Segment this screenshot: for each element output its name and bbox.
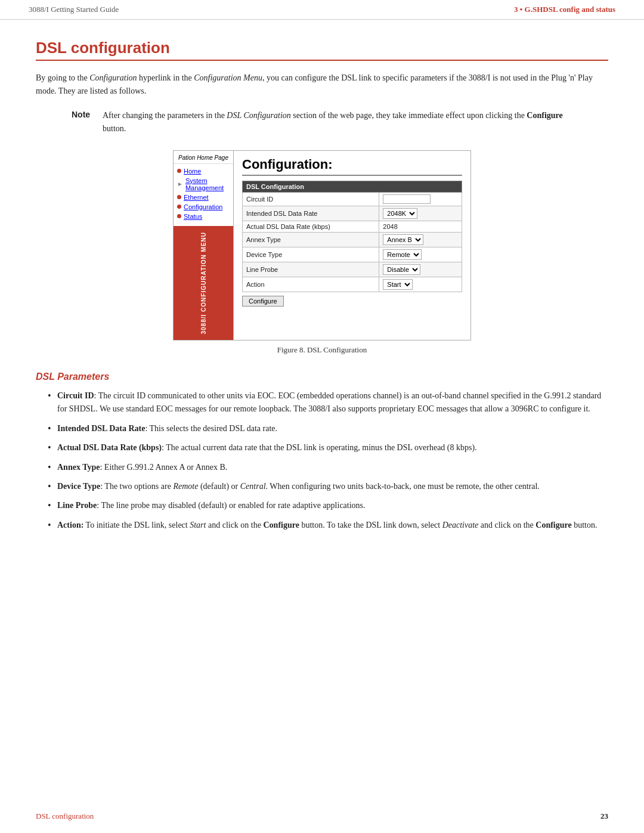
annex-type-select[interactable]: Annex B — [383, 234, 423, 245]
note-label: Note — [72, 110, 93, 119]
field-label-line-probe: Line Probe — [243, 262, 379, 277]
bullet-bold: Actual DSL Data Rate (kbps) — [57, 443, 162, 452]
bullet-bold: Device Type — [57, 482, 100, 491]
table-row: Device Type Remote — [243, 247, 462, 262]
page-header: 3088/I Getting Started Guide 3 • G.SHDSL… — [0, 0, 644, 20]
list-item: Line Probe: The line probe may disabled … — [48, 499, 608, 512]
action-select[interactable]: Start — [383, 279, 413, 290]
dsl-config-table: DSL Configuration Circuit ID Intended DS… — [242, 181, 462, 292]
pation-home-link: Pation Home Page — [174, 151, 233, 164]
bullet-bold: Action: — [57, 521, 83, 529]
list-item: Circuit ID: The circuit ID communicated … — [48, 389, 608, 416]
web-ui-mockup: Pation Home Page Home ► System Managemen… — [173, 150, 471, 341]
bullet-bold: Annex Type — [57, 463, 100, 472]
list-item: Actual DSL Data Rate (kbps): The actual … — [48, 441, 608, 454]
field-label-device-type: Device Type — [243, 247, 379, 262]
circuit-id-input[interactable] — [383, 194, 431, 204]
subsection-title: DSL Parameters — [36, 371, 608, 382]
main-content: DSL configuration By going to the Config… — [0, 20, 644, 574]
field-label-intended-rate: Intended DSL Data Rate — [243, 206, 379, 221]
table-header: DSL Configuration — [243, 181, 462, 192]
field-value-device-type: Remote — [379, 247, 462, 262]
sidebar-rotated-title: 3088/I CONFIGURATION MENU — [198, 226, 209, 340]
intended-rate-select[interactable]: 2048K — [383, 208, 417, 219]
bullet-bold: Circuit ID — [57, 391, 94, 400]
intro-text: By going to the Configuration hyperlink … — [36, 72, 608, 98]
field-value-intended-rate: 2048K — [379, 206, 462, 221]
configure-button[interactable]: Configure — [242, 296, 284, 306]
bullet-bold: Line Probe — [57, 501, 97, 510]
field-label-annex-type: Annex Type — [243, 232, 379, 247]
bullet-list: Circuit ID: The circuit ID communicated … — [48, 389, 608, 532]
note-text: After changing the parameters in the DSL… — [103, 109, 572, 136]
list-item: Device Type: The two options are Remote … — [48, 480, 608, 493]
device-type-select[interactable]: Remote — [383, 249, 422, 260]
nav-item-config[interactable]: Configuration — [177, 203, 230, 210]
nav-link-home[interactable]: Home — [184, 168, 201, 175]
list-item: Action: To initiate the DSL link, select… — [48, 519, 608, 532]
nav-item-home[interactable]: Home — [177, 168, 230, 175]
page-footer: DSL configuration 23 — [0, 812, 644, 821]
nav-arrow-system: ► — [177, 181, 183, 187]
nav-dot-ethernet — [177, 195, 181, 199]
figure-caption: Figure 8. DSL Configuration — [277, 345, 367, 355]
nav-dot-config — [177, 205, 181, 209]
footer-right: 23 — [600, 812, 608, 821]
main-panel: Configuration: DSL Configuration Circuit… — [233, 151, 470, 340]
header-right: 3 • G.SHDSL config and status — [514, 5, 615, 14]
config-heading: Configuration: — [242, 157, 462, 176]
field-label-actual-rate: Actual DSL Data Rate (kbps) — [243, 221, 379, 232]
table-row: Intended DSL Data Rate 2048K — [243, 206, 462, 221]
table-row: Annex Type Annex B — [243, 232, 462, 247]
nav-dot-status — [177, 214, 181, 218]
nav-link-status[interactable]: Status — [184, 213, 202, 220]
field-label-circuit-id: Circuit ID — [243, 192, 379, 206]
field-label-action: Action — [243, 277, 379, 292]
field-value-action: Start — [379, 277, 462, 292]
nav-link-system[interactable]: System Management — [185, 177, 230, 191]
nav-item-system[interactable]: ► System Management — [177, 177, 230, 191]
field-value-actual-rate: 2048 — [379, 221, 462, 232]
field-value-annex-type: Annex B — [379, 232, 462, 247]
field-value-line-probe: Disable — [379, 262, 462, 277]
table-row: Circuit ID — [243, 192, 462, 206]
nav-link-ethernet[interactable]: Ethernet — [184, 194, 209, 201]
bullet-bold: Intended DSL Data Rate — [57, 424, 145, 433]
sidebar: Pation Home Page Home ► System Managemen… — [174, 151, 233, 340]
list-item: Intended DSL Data Rate: This selects the… — [48, 422, 608, 435]
section-title: DSL configuration — [36, 39, 608, 61]
table-row: Actual DSL Data Rate (kbps) 2048 — [243, 221, 462, 232]
table-row: Line Probe Disable — [243, 262, 462, 277]
note-box: Note After changing the parameters in th… — [72, 109, 572, 136]
sidebar-nav: Home ► System Management Ethernet Config… — [174, 164, 233, 226]
list-item: Annex Type: Either G.991.2 Annex A or An… — [48, 461, 608, 474]
line-probe-select[interactable]: Disable — [383, 264, 420, 275]
field-value-circuit-id — [379, 192, 462, 206]
nav-item-status[interactable]: Status — [177, 213, 230, 220]
figure-container: Pation Home Page Home ► System Managemen… — [36, 150, 608, 355]
nav-item-ethernet[interactable]: Ethernet — [177, 194, 230, 201]
nav-dot-home — [177, 169, 181, 173]
footer-left: DSL configuration — [36, 812, 94, 821]
nav-link-config[interactable]: Configuration — [184, 203, 222, 210]
table-row: Action Start — [243, 277, 462, 292]
header-left: 3088/I Getting Started Guide — [29, 5, 119, 14]
